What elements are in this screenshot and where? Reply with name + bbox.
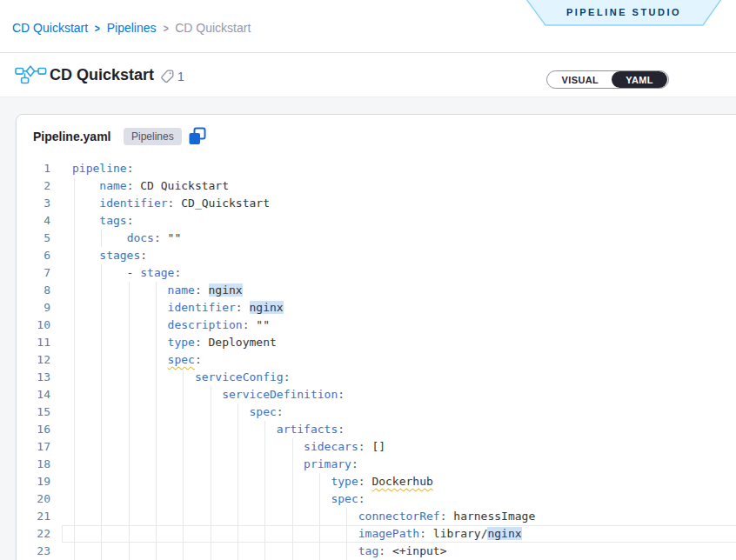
yaml-key: tags <box>99 214 126 227</box>
yaml-key: description <box>168 318 243 331</box>
indent-guide <box>156 369 157 386</box>
yaml-value: CD_Quickstart <box>181 197 270 210</box>
indent-guide <box>238 473 238 490</box>
yaml-line[interactable]: 18 primary: <box>17 456 736 473</box>
indent-guide <box>264 490 265 508</box>
line-content: - stage: <box>55 264 736 282</box>
yaml-line[interactable]: 10 description: "" <box>17 317 736 334</box>
visual-yaml-toggle: VISUALYAML <box>546 70 669 89</box>
yaml-key: type <box>331 475 358 488</box>
indent-guide <box>319 473 320 490</box>
yaml-key: docs <box>127 231 154 244</box>
indent-guide <box>211 473 211 490</box>
yaml-line[interactable]: 2 name: CD Quickstart <box>17 177 736 195</box>
indent-guide <box>211 421 211 438</box>
indent-guide <box>156 282 157 299</box>
yaml-line[interactable]: 1pipeline: <box>17 160 736 177</box>
indent-guide <box>129 369 130 386</box>
line-number: 10 <box>17 317 55 334</box>
breadcrumb-item: CD Quickstart <box>175 21 251 35</box>
yaml-line[interactable]: 13 serviceConfig: <box>17 369 736 386</box>
indent-guide <box>101 543 102 560</box>
line-content: spec: <box>55 490 736 508</box>
pipeline-studio-tab: PIPELINE STUDIO <box>525 0 722 27</box>
yaml-editor[interactable]: 1pipeline:2 name: CD Quickstart3 identif… <box>17 160 736 560</box>
yaml-line[interactable]: 20 spec: <box>17 490 736 508</box>
indent-guide <box>346 525 347 543</box>
indent-guide <box>129 438 130 456</box>
line-content: spec: <box>55 403 736 421</box>
yaml-line[interactable]: 12 spec: <box>17 351 736 369</box>
yaml-line[interactable]: 19 type: Dockerhub <box>17 473 736 490</box>
yaml-line[interactable]: 21 connectorRef: harnessImage <box>17 508 736 525</box>
indent-guide <box>129 351 130 369</box>
yaml-line[interactable]: 9 identifier: nginx <box>17 299 736 317</box>
line-content: identifier: nginx <box>55 299 736 317</box>
indent-guide <box>264 508 265 525</box>
line-content: serviceConfig: <box>55 369 736 386</box>
toggle-option-yaml[interactable]: YAML <box>612 71 667 88</box>
indent-guide <box>238 490 238 508</box>
line-number: 3 <box>17 195 55 212</box>
yaml-key: name <box>99 179 126 192</box>
yaml-value: nginx <box>487 527 521 540</box>
indent-guide <box>129 403 130 421</box>
yaml-key: identifier <box>99 197 167 210</box>
yaml-line[interactable]: 4 tags: <box>17 212 736 230</box>
indent-guide <box>264 473 265 490</box>
indent-guide <box>156 351 157 369</box>
toggle-option-visual[interactable]: VISUAL <box>548 72 612 87</box>
yaml-value: nginx <box>209 283 243 297</box>
breadcrumb-item[interactable]: Pipelines <box>107 21 157 35</box>
yaml-key: serviceDefinition <box>222 388 338 401</box>
yaml-value: <+input> <box>392 544 447 557</box>
breadcrumb-item[interactable]: CD Quickstart <box>12 21 88 35</box>
indent-guide <box>156 438 157 456</box>
indent-guide <box>183 386 184 403</box>
yaml-line[interactable]: 17 sidecars: [] <box>17 438 736 456</box>
line-number: 5 <box>17 230 55 247</box>
indent-guide <box>74 386 75 403</box>
indent-guide <box>319 525 320 543</box>
indent-guide <box>156 334 157 351</box>
yaml-line[interactable]: 22 imagePath: library/nginx <box>17 525 736 543</box>
yaml-line[interactable]: 11 type: Deployment <box>17 334 736 351</box>
yaml-line[interactable]: 3 identifier: CD_Quickstart <box>17 195 736 212</box>
yaml-key: spec <box>250 405 277 418</box>
yaml-line[interactable]: 16 artifacts: <box>17 421 736 438</box>
indent-guide <box>211 386 211 403</box>
yaml-line[interactable]: 5 docs: "" <box>17 230 736 247</box>
yaml-editor-card: Pipeline.yaml Pipelines 1pipeline:2 name… <box>16 114 736 560</box>
line-content: tags: <box>55 212 736 230</box>
line-content: artifacts: <box>55 421 736 438</box>
line-number: 13 <box>17 369 55 386</box>
yaml-line[interactable]: 15 spec: <box>17 403 736 421</box>
yaml-key: stages <box>99 249 140 262</box>
yaml-key: sidecars <box>304 440 358 453</box>
indent-guide <box>129 508 130 525</box>
line-content: name: CD Quickstart <box>55 177 736 195</box>
indent-guide <box>74 456 75 473</box>
indent-guide <box>211 438 211 456</box>
breadcrumb-separator: > <box>163 22 168 35</box>
yaml-key: connectorRef <box>358 510 440 523</box>
yaml-line[interactable]: 7 - stage: <box>17 264 736 282</box>
indent-guide <box>101 438 102 456</box>
yaml-line[interactable]: 6 stages: <box>17 247 736 264</box>
indent-guide <box>346 543 347 560</box>
line-content: primary: <box>55 456 736 473</box>
indent-guide <box>156 490 157 508</box>
yaml-key: serviceConfig <box>195 370 284 383</box>
yaml-key: type <box>168 336 195 349</box>
yaml-line[interactable]: 14 serviceDefinition: <box>17 386 736 403</box>
indent-guide <box>238 438 238 456</box>
yaml-line[interactable]: 8 name: nginx <box>17 282 736 299</box>
indent-guide <box>74 473 75 490</box>
line-number: 1 <box>17 160 55 177</box>
editor-header: Pipeline.yaml Pipelines <box>17 115 736 160</box>
yaml-line[interactable]: 23 tag: <+input> <box>17 543 736 560</box>
indent-guide <box>74 282 75 299</box>
indent-guide <box>183 508 184 525</box>
copy-icon[interactable] <box>187 126 208 147</box>
indent-guide <box>129 473 130 490</box>
